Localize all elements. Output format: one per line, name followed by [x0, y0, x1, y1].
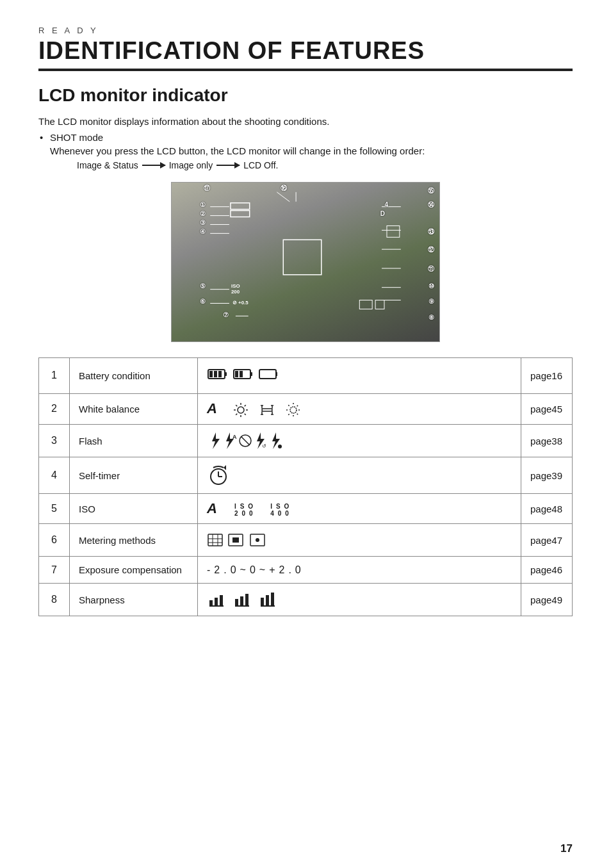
svg-rect-88 — [235, 599, 238, 605]
row-name-1: Battery condition — [70, 357, 198, 393]
svg-point-70 — [278, 445, 282, 448]
page-title: IDENTIFICATION OF FEATURES — [38, 38, 573, 65]
svg-rect-84 — [209, 600, 213, 605]
svg-point-83 — [256, 538, 259, 542]
row-num-2: 2 — [39, 393, 70, 424]
svg-rect-91 — [235, 605, 249, 607]
table-row: 1 Battery condition — [39, 357, 573, 393]
label-13: ⑬ — [428, 229, 434, 235]
camera-diagram: ISO 200 ⊘ +0.5 ① ② ③ ④ ⑤ ⑥ ⑦ ⑧ ⑨ ⑩ ⑪ ⑫ ⑬… — [171, 182, 440, 342]
battery-icons — [207, 364, 277, 384]
row-num-1: 1 — [39, 357, 70, 393]
label-3: ③ — [200, 220, 206, 226]
flash-icons: A ↺ — [207, 431, 284, 450]
row-icons-7: -2.0~0~+2.0 — [198, 557, 521, 584]
flow-diagram: Image & Status Image only LCD Off. — [77, 160, 573, 170]
row-icons-1 — [198, 357, 521, 393]
row-page-4: page39 — [521, 457, 573, 494]
svg-rect-94 — [271, 593, 274, 605]
svg-rect-31 — [235, 371, 238, 377]
svg-line-41 — [245, 414, 246, 415]
svg-line-59 — [297, 414, 298, 415]
row-num-3: 3 — [39, 425, 70, 457]
svg-rect-21 — [375, 300, 384, 309]
row-num-8: 8 — [39, 584, 70, 616]
svg-rect-87 — [209, 605, 224, 607]
metering-icons — [207, 530, 277, 550]
wb-sun-icon — [233, 402, 248, 418]
row-page-8: page49 — [521, 584, 573, 616]
svg-line-61 — [297, 405, 298, 406]
label-14: ⑭ — [428, 202, 434, 208]
svg-rect-22 — [283, 240, 322, 275]
svg-rect-90 — [245, 594, 248, 605]
label-1: ① — [200, 202, 206, 208]
svg-rect-85 — [215, 598, 218, 605]
svg-rect-20 — [359, 300, 372, 309]
label-7: ⑦ — [223, 312, 229, 318]
row-page-6: page47 — [521, 524, 573, 557]
label-9: ⑨ — [428, 299, 434, 305]
iso-200-icon: ISO 200 — [234, 503, 257, 517]
row-name-3: Flash — [70, 425, 198, 457]
label-12: ⑫ — [428, 247, 434, 253]
label-4-right: 4 — [384, 202, 388, 208]
row-num-7: 7 — [39, 557, 70, 584]
row-num-4: 4 — [39, 457, 70, 494]
svg-text:200: 200 — [231, 288, 240, 294]
iso-auto-icon: A — [207, 500, 221, 516]
svg-text:↺: ↺ — [262, 443, 270, 449]
table-row: 6 Metering methods page4 — [39, 524, 573, 557]
label-4: ④ — [200, 229, 206, 235]
self-timer-icon — [207, 464, 230, 487]
diagram-container: ISO 200 ⊘ +0.5 ① ② ③ ④ ⑤ ⑥ ⑦ ⑧ ⑨ ⑩ ⑪ ⑫ ⑬… — [38, 182, 573, 342]
section-title: LCD monitor indicator — [38, 85, 573, 106]
table-row: 5 ISO A ISO 200 ISO 400 page48 — [39, 494, 573, 524]
svg-rect-33 — [259, 370, 276, 379]
row-icons-8 — [198, 584, 521, 616]
label-2: ② — [200, 211, 206, 217]
row-icons-3: A ↺ — [198, 425, 521, 457]
label-10: ⑩ — [428, 283, 434, 290]
svg-line-60 — [288, 414, 289, 415]
row-num-5: 5 — [39, 494, 70, 524]
svg-line-42 — [236, 414, 237, 415]
label-6: ⑥ — [200, 299, 206, 305]
row-page-3: page38 — [521, 425, 573, 457]
intro-text: The LCD monitor displays information abo… — [38, 116, 573, 127]
wb-shade-icon — [286, 402, 301, 418]
svg-rect-81 — [232, 537, 239, 543]
svg-rect-23 — [387, 225, 400, 237]
svg-line-13 — [277, 192, 289, 202]
label-11: ⑪ — [428, 266, 434, 272]
svg-rect-89 — [240, 596, 243, 605]
row-name-6: Metering methods — [70, 524, 198, 557]
label-8: ⑧ — [428, 315, 434, 321]
svg-rect-26 — [209, 371, 213, 377]
row-name-2: White balance — [70, 393, 198, 424]
wb-auto-icon: A — [207, 400, 221, 416]
svg-rect-27 — [214, 371, 217, 377]
d-indicator: D — [380, 211, 385, 217]
svg-rect-15 — [231, 203, 250, 209]
sub-text-description: Whenever you press the LCD button, the L… — [50, 145, 573, 156]
svg-rect-28 — [218, 371, 222, 377]
svg-rect-92 — [261, 598, 264, 605]
row-name-5: ISO — [70, 494, 198, 524]
svg-rect-30 — [250, 372, 252, 376]
svg-rect-34 — [276, 372, 277, 376]
row-page-1: page16 — [521, 357, 573, 393]
table-row: 3 Flash A ↺ — [39, 425, 573, 457]
svg-rect-93 — [266, 595, 269, 605]
row-name-7: Exposure compensation — [70, 557, 198, 584]
page-number: 17 — [560, 842, 573, 855]
svg-line-40 — [236, 405, 237, 406]
svg-marker-62 — [212, 432, 220, 449]
svg-rect-32 — [240, 371, 243, 377]
svg-rect-25 — [225, 372, 227, 376]
table-row: 7 Exposure compensation -2.0~0~+2.0 page… — [39, 557, 573, 584]
row-num-6: 6 — [39, 524, 70, 557]
ready-label: R E A D Y — [38, 26, 573, 35]
row-page-2: page45 — [521, 393, 573, 424]
svg-rect-75 — [208, 534, 222, 546]
